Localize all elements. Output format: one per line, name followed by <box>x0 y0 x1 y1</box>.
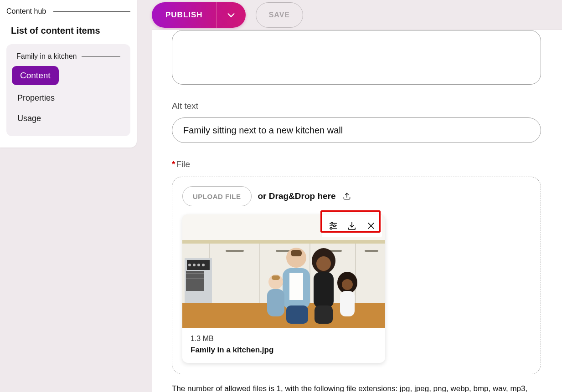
breadcrumb[interactable]: Content hub <box>6 7 130 15</box>
download-button[interactable] <box>344 218 360 234</box>
svg-rect-33 <box>267 289 284 316</box>
main-content: Alt text *File UPLOAD FILE or Drag&Drop … <box>152 30 562 392</box>
svg-point-14 <box>202 264 205 266</box>
svg-point-42 <box>333 225 335 227</box>
tab-usage[interactable]: Usage <box>12 108 125 129</box>
toolbar: PUBLISH SAVE <box>152 0 562 30</box>
file-label: *File <box>172 159 542 169</box>
svg-rect-30 <box>314 272 334 308</box>
download-icon <box>347 221 357 231</box>
hub-label: Content hub <box>6 7 46 15</box>
svg-point-11 <box>188 264 191 266</box>
item-name: Family in a kitchen <box>16 52 77 61</box>
thumbnail-action-strip <box>322 214 382 237</box>
breadcrumb-line <box>53 11 130 12</box>
save-button: SAVE <box>256 2 303 28</box>
file-size: 1.3 MB <box>191 335 377 343</box>
item-breadcrumb-line <box>82 56 121 57</box>
thumbnail-meta: 1.3 MB Family in a kitchen.jpg <box>182 328 385 363</box>
tab-content[interactable]: Content <box>12 66 59 85</box>
upload-icon <box>342 192 351 201</box>
svg-rect-36 <box>340 291 355 316</box>
svg-rect-27 <box>289 273 303 300</box>
upload-row: UPLOAD FILE or Drag&Drop here <box>182 186 531 206</box>
drag-drop-text: or Drag&Drop here <box>258 191 336 201</box>
svg-rect-37 <box>286 305 308 324</box>
svg-point-44 <box>330 227 332 229</box>
remove-button[interactable] <box>363 218 379 234</box>
list-title[interactable]: List of content items <box>6 24 130 44</box>
file-dropzone[interactable]: UPLOAD FILE or Drag&Drop here <box>172 177 541 374</box>
svg-rect-38 <box>315 305 333 324</box>
sliders-icon <box>328 221 338 231</box>
svg-rect-15 <box>226 250 244 252</box>
file-thumbnail-card: 1.3 MB Family in a kitchen.jpg <box>182 214 385 363</box>
close-icon <box>366 221 376 230</box>
svg-rect-25 <box>291 250 302 256</box>
svg-point-29 <box>316 256 331 271</box>
description-textarea[interactable] <box>172 30 541 85</box>
file-help-text: The number of allowed files is 1, with t… <box>172 383 541 392</box>
item-card: Family in a kitchen Content Properties U… <box>6 44 130 136</box>
chevron-down-icon <box>226 10 236 20</box>
settings-button[interactable] <box>325 218 341 234</box>
svg-rect-32 <box>272 275 280 280</box>
publish-dropdown-button[interactable] <box>217 2 246 28</box>
file-label-text: File <box>176 159 190 169</box>
item-breadcrumb[interactable]: Family in a kitchen <box>12 52 125 66</box>
svg-point-35 <box>342 279 353 290</box>
alt-text-input[interactable] <box>172 117 541 143</box>
alt-text-label: Alt text <box>172 101 542 111</box>
svg-point-13 <box>197 264 200 266</box>
svg-point-40 <box>331 222 333 224</box>
tab-properties[interactable]: Properties <box>12 88 125 108</box>
svg-point-12 <box>193 264 196 266</box>
svg-rect-18 <box>365 250 378 252</box>
publish-button[interactable]: PUBLISH <box>152 2 217 28</box>
upload-file-button[interactable]: UPLOAD FILE <box>182 186 252 206</box>
svg-rect-3 <box>182 240 385 244</box>
file-name: Family in a kitchen.jpg <box>191 346 377 355</box>
sidebar: Content hub List of content items Family… <box>0 0 137 148</box>
required-asterisk: * <box>172 159 175 169</box>
publish-button-group: PUBLISH <box>152 2 246 28</box>
